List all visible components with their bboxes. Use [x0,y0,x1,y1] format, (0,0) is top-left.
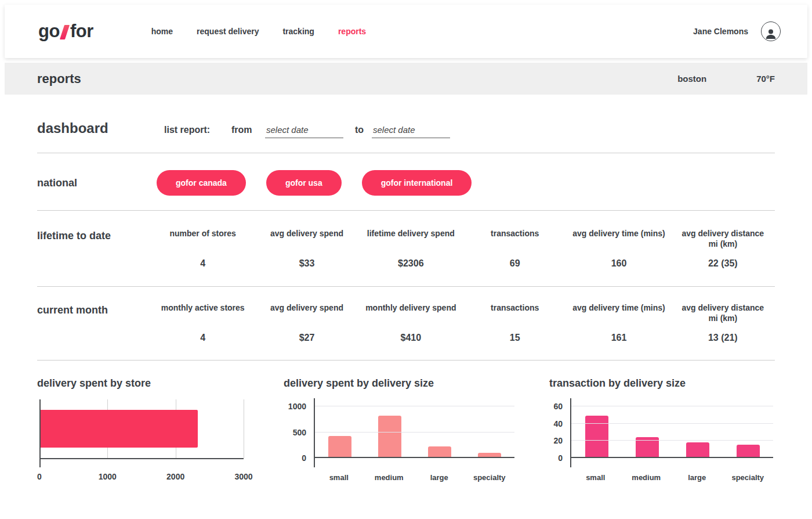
stat-number-of-stores: number of stores 4 [151,229,255,269]
stat-value: 160 [567,258,670,269]
list-report-label: list report: [164,125,231,135]
gridline [244,399,244,458]
stat-label: avg delivery spend [260,303,353,329]
x-axis-ticks: 0100020003000 [39,472,244,481]
stat-avg-delivery-time: avg delivery time (mins) 160 [567,229,670,269]
stat-label: avg delivery distance mi (km) [676,303,769,329]
bar-large [428,446,451,457]
stat-lifetime-delivery-spend: lifetime delivery spend $2306 [359,229,463,269]
bar-slot [672,399,723,457]
page-title: reports [37,71,81,86]
bar-slot [723,399,773,457]
bar-slot [465,399,514,457]
bar-specialty [478,453,501,457]
dashboard-heading: dashboard [37,120,164,136]
gofor-usa-button[interactable]: gofor usa [266,170,342,196]
page-header-bar: reports boston 70°F [5,63,807,95]
weather-location: boston [677,74,706,84]
divider [37,210,775,211]
divider [37,286,775,287]
gofor-canada-button[interactable]: gofor canada [157,170,246,196]
main-content: dashboard list report: from to national … [37,95,775,519]
stat-value: 4 [151,258,255,269]
category-label-specialty: specialty [723,473,774,482]
y-tick-label: 1000 [288,402,306,411]
chart-plot-area [39,399,244,459]
logo-text-for: for [70,21,93,42]
category-label-medium: medium [621,473,672,482]
current-month-row-label: current month [37,303,151,343]
stat-avg-delivery-spend: avg delivery spend $33 [255,229,358,269]
stat-label: transactions [469,303,561,329]
x-axis-line [570,457,773,458]
x-tick-label: 3000 [234,472,252,481]
gridline [571,406,773,406]
x-tick-label: 0 [37,472,42,481]
chart-title: transaction by delivery size [549,377,775,390]
stat-value: $27 [255,333,358,343]
gofor-logo[interactable]: go for [38,21,93,42]
current-month-stats-row: current month monthly active stores 4 av… [37,303,775,343]
stat-label: avg delivery time (mins) [572,229,665,254]
category-label-large: large [414,473,465,482]
bar-specialty [737,445,760,457]
gofor-international-button[interactable]: gofor international [362,170,472,196]
gridline [571,440,773,441]
stat-value: $2306 [359,258,463,269]
stat-label: number of stores [157,229,249,254]
gridline [571,423,773,424]
y-tick-label: 500 [293,428,306,437]
main-nav: home request delivery tracking reports [151,27,366,36]
category-label-large: large [672,473,723,482]
bar-slot [415,399,465,457]
y-tick-label: 40 [553,419,563,428]
stat-value: 4 [151,333,255,343]
x-axis-line [39,458,244,459]
y-tick-label: 20 [553,436,563,445]
bar-slot [365,399,415,457]
user-name: Jane Clemons [693,27,748,36]
nav-item-tracking[interactable]: tracking [282,27,314,36]
national-row: national gofor canada gofor usa gofor in… [37,170,775,196]
stat-label: lifetime delivery spend [364,229,457,254]
logo-slash-icon [60,25,70,39]
stat-monthly-delivery-spend: monthly delivery spend $410 [359,303,463,343]
bar-large [686,442,709,457]
category-label-specialty: specialty [465,473,515,482]
stat-monthly-active-stores: monthly active stores 4 [151,303,255,343]
stat-avg-delivery-distance: avg delivery distance mi (km) 13 (21) [671,303,775,343]
filter-row: dashboard list report: from to [37,120,775,138]
to-date-input[interactable] [372,125,450,138]
stat-value: 69 [463,258,567,269]
x-tick-label: 1000 [99,472,117,481]
logo-text-go: go [38,21,60,42]
divider [37,360,775,361]
chart-delivery-spent-by-delivery-size: delivery spent by delivery size 05001000… [284,377,530,482]
chart-plot-area: 05001000 [314,399,514,458]
stat-value: 13 (21) [671,333,775,343]
category-labels: smallmediumlargespecialty [314,473,514,482]
bar-small [585,416,608,457]
nav-item-request-delivery[interactable]: request delivery [197,27,259,36]
chart-plot-area: 0204060 [570,399,773,458]
top-nav-bar: go for home request delivery tracking re… [5,5,807,58]
x-axis-line [314,457,514,458]
from-date-input[interactable] [265,125,343,138]
stat-avg-delivery-distance: avg delivery distance mi (km) 22 (35) [671,229,775,269]
bar-slot [622,399,672,457]
nav-user-area: Jane Clemons [693,21,781,41]
user-avatar-icon[interactable] [761,21,781,41]
divider [37,153,775,153]
chart-title: delivery spent by store [37,377,258,390]
stat-value: 15 [463,333,567,343]
stat-label: transactions [469,229,561,254]
nav-item-reports[interactable]: reports [338,27,366,36]
category-label-small: small [314,473,364,482]
gridline [315,432,514,432]
stat-label: avg delivery spend [260,229,353,254]
stat-avg-delivery-time: avg delivery time (mins) 161 [567,303,670,343]
y-tick-label: 60 [553,402,563,411]
nav-item-home[interactable]: home [151,27,173,36]
lifetime-row-label: lifetime to date [37,229,151,269]
to-label: to [355,125,372,135]
